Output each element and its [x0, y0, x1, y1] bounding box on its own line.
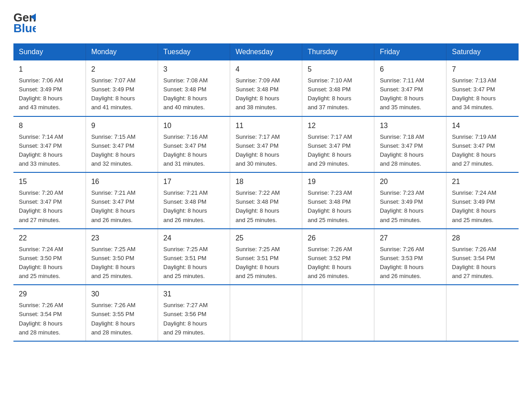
day-number: 6	[380, 64, 441, 75]
day-info: Sunrise: 7:10 AMSunset: 3:48 PMDaylight:…	[308, 76, 369, 112]
day-number: 15	[19, 176, 80, 187]
day-number: 24	[163, 233, 224, 244]
day-number: 5	[308, 64, 369, 75]
day-number: 30	[91, 289, 152, 300]
column-header-monday: Monday	[86, 43, 158, 60]
calendar-cell: 28Sunrise: 7:26 AMSunset: 3:54 PMDayligh…	[446, 229, 519, 285]
day-info: Sunrise: 7:25 AMSunset: 3:51 PMDaylight:…	[163, 245, 224, 281]
day-info: Sunrise: 7:17 AMSunset: 3:47 PMDaylight:…	[236, 133, 296, 169]
calendar-cell: 24Sunrise: 7:25 AMSunset: 3:51 PMDayligh…	[158, 229, 230, 285]
calendar-cell: 22Sunrise: 7:24 AMSunset: 3:50 PMDayligh…	[13, 229, 86, 285]
day-number: 1	[19, 64, 80, 75]
day-number: 14	[452, 120, 513, 131]
calendar-cell: 2Sunrise: 7:07 AMSunset: 3:49 PMDaylight…	[86, 60, 158, 116]
calendar-cell: 14Sunrise: 7:19 AMSunset: 3:47 PMDayligh…	[446, 116, 519, 173]
calendar-week-row: 15Sunrise: 7:20 AMSunset: 3:47 PMDayligh…	[13, 172, 519, 229]
day-info: Sunrise: 7:07 AMSunset: 3:49 PMDaylight:…	[91, 76, 152, 112]
day-number: 8	[19, 120, 80, 131]
day-info: Sunrise: 7:24 AMSunset: 3:50 PMDaylight:…	[19, 245, 80, 281]
page-header: General Blue	[13, 9, 519, 35]
day-info: Sunrise: 7:16 AMSunset: 3:47 PMDaylight:…	[163, 133, 224, 169]
calendar-cell: 6Sunrise: 7:11 AMSunset: 3:47 PMDaylight…	[374, 60, 446, 116]
calendar-cell: 4Sunrise: 7:09 AMSunset: 3:48 PMDaylight…	[230, 60, 302, 116]
calendar-cell: 20Sunrise: 7:23 AMSunset: 3:49 PMDayligh…	[374, 172, 446, 229]
calendar-cell: 5Sunrise: 7:10 AMSunset: 3:48 PMDaylight…	[302, 60, 374, 116]
calendar-cell: 23Sunrise: 7:25 AMSunset: 3:50 PMDayligh…	[86, 229, 158, 285]
day-info: Sunrise: 7:26 AMSunset: 3:54 PMDaylight:…	[19, 301, 80, 337]
day-info: Sunrise: 7:20 AMSunset: 3:47 PMDaylight:…	[19, 188, 80, 225]
calendar-cell	[302, 285, 374, 341]
day-number: 20	[380, 176, 441, 187]
calendar-cell: 17Sunrise: 7:21 AMSunset: 3:48 PMDayligh…	[158, 172, 230, 229]
calendar-cell: 31Sunrise: 7:27 AMSunset: 3:56 PMDayligh…	[158, 285, 230, 341]
calendar-cell: 9Sunrise: 7:15 AMSunset: 3:47 PMDaylight…	[86, 116, 158, 173]
calendar-cell: 8Sunrise: 7:14 AMSunset: 3:47 PMDaylight…	[13, 116, 86, 173]
day-number: 21	[452, 176, 513, 187]
calendar-cell: 13Sunrise: 7:18 AMSunset: 3:47 PMDayligh…	[374, 116, 446, 173]
day-info: Sunrise: 7:26 AMSunset: 3:55 PMDaylight:…	[91, 301, 152, 337]
calendar-cell: 26Sunrise: 7:26 AMSunset: 3:52 PMDayligh…	[302, 229, 374, 285]
column-header-saturday: Saturday	[446, 43, 519, 60]
day-info: Sunrise: 7:22 AMSunset: 3:48 PMDaylight:…	[236, 188, 296, 225]
logo-icon: General Blue	[13, 9, 36, 35]
day-number: 4	[236, 64, 296, 75]
column-header-wednesday: Wednesday	[230, 43, 302, 60]
day-info: Sunrise: 7:23 AMSunset: 3:48 PMDaylight:…	[308, 188, 369, 225]
day-number: 10	[163, 120, 224, 131]
calendar-week-row: 22Sunrise: 7:24 AMSunset: 3:50 PMDayligh…	[13, 229, 519, 285]
day-number: 27	[380, 233, 441, 244]
day-info: Sunrise: 7:23 AMSunset: 3:49 PMDaylight:…	[380, 188, 441, 225]
day-number: 7	[452, 64, 513, 75]
day-info: Sunrise: 7:25 AMSunset: 3:50 PMDaylight:…	[91, 245, 152, 281]
calendar-week-row: 8Sunrise: 7:14 AMSunset: 3:47 PMDaylight…	[13, 116, 519, 173]
day-info: Sunrise: 7:15 AMSunset: 3:47 PMDaylight:…	[91, 133, 152, 169]
day-number: 31	[163, 289, 224, 300]
day-info: Sunrise: 7:26 AMSunset: 3:52 PMDaylight:…	[308, 245, 369, 281]
day-number: 19	[308, 176, 369, 187]
calendar-cell: 1Sunrise: 7:06 AMSunset: 3:49 PMDaylight…	[13, 60, 86, 116]
day-number: 16	[91, 176, 152, 187]
calendar-cell	[230, 285, 302, 341]
day-info: Sunrise: 7:09 AMSunset: 3:48 PMDaylight:…	[236, 76, 296, 112]
day-info: Sunrise: 7:17 AMSunset: 3:47 PMDaylight:…	[308, 133, 369, 169]
day-info: Sunrise: 7:25 AMSunset: 3:51 PMDaylight:…	[236, 245, 296, 281]
day-number: 29	[19, 289, 80, 300]
calendar-cell: 12Sunrise: 7:17 AMSunset: 3:47 PMDayligh…	[302, 116, 374, 173]
logo: General Blue	[13, 9, 37, 35]
calendar-cell	[446, 285, 519, 341]
day-number: 13	[380, 120, 441, 131]
column-header-row: SundayMondayTuesdayWednesdayThursdayFrid…	[13, 43, 519, 60]
day-info: Sunrise: 7:14 AMSunset: 3:47 PMDaylight:…	[19, 133, 80, 169]
calendar-cell: 15Sunrise: 7:20 AMSunset: 3:47 PMDayligh…	[13, 172, 86, 229]
calendar-cell: 11Sunrise: 7:17 AMSunset: 3:47 PMDayligh…	[230, 116, 302, 173]
day-number: 3	[163, 64, 224, 75]
calendar-cell: 27Sunrise: 7:26 AMSunset: 3:53 PMDayligh…	[374, 229, 446, 285]
column-header-sunday: Sunday	[13, 43, 86, 60]
day-info: Sunrise: 7:06 AMSunset: 3:49 PMDaylight:…	[19, 76, 80, 112]
day-number: 12	[308, 120, 369, 131]
column-header-thursday: Thursday	[302, 43, 374, 60]
calendar-cell: 16Sunrise: 7:21 AMSunset: 3:47 PMDayligh…	[86, 172, 158, 229]
day-number: 25	[236, 233, 296, 244]
calendar-cell: 30Sunrise: 7:26 AMSunset: 3:55 PMDayligh…	[86, 285, 158, 341]
day-number: 18	[236, 176, 296, 187]
day-number: 11	[236, 120, 296, 131]
day-info: Sunrise: 7:11 AMSunset: 3:47 PMDaylight:…	[380, 76, 441, 112]
calendar-cell: 19Sunrise: 7:23 AMSunset: 3:48 PMDayligh…	[302, 172, 374, 229]
svg-text:Blue: Blue	[13, 21, 36, 34]
calendar-week-row: 29Sunrise: 7:26 AMSunset: 3:54 PMDayligh…	[13, 285, 519, 341]
day-info: Sunrise: 7:21 AMSunset: 3:48 PMDaylight:…	[163, 188, 224, 225]
day-info: Sunrise: 7:26 AMSunset: 3:54 PMDaylight:…	[452, 245, 513, 281]
calendar-cell	[374, 285, 446, 341]
day-info: Sunrise: 7:08 AMSunset: 3:48 PMDaylight:…	[163, 76, 224, 112]
day-number: 17	[163, 176, 224, 187]
calendar-cell: 25Sunrise: 7:25 AMSunset: 3:51 PMDayligh…	[230, 229, 302, 285]
day-info: Sunrise: 7:24 AMSunset: 3:49 PMDaylight:…	[452, 188, 513, 225]
calendar-cell: 7Sunrise: 7:13 AMSunset: 3:47 PMDaylight…	[446, 60, 519, 116]
day-number: 2	[91, 64, 152, 75]
day-info: Sunrise: 7:19 AMSunset: 3:47 PMDaylight:…	[452, 133, 513, 169]
calendar-cell: 29Sunrise: 7:26 AMSunset: 3:54 PMDayligh…	[13, 285, 86, 341]
column-header-tuesday: Tuesday	[158, 43, 230, 60]
calendar-cell: 10Sunrise: 7:16 AMSunset: 3:47 PMDayligh…	[158, 116, 230, 173]
day-info: Sunrise: 7:21 AMSunset: 3:47 PMDaylight:…	[91, 188, 152, 225]
